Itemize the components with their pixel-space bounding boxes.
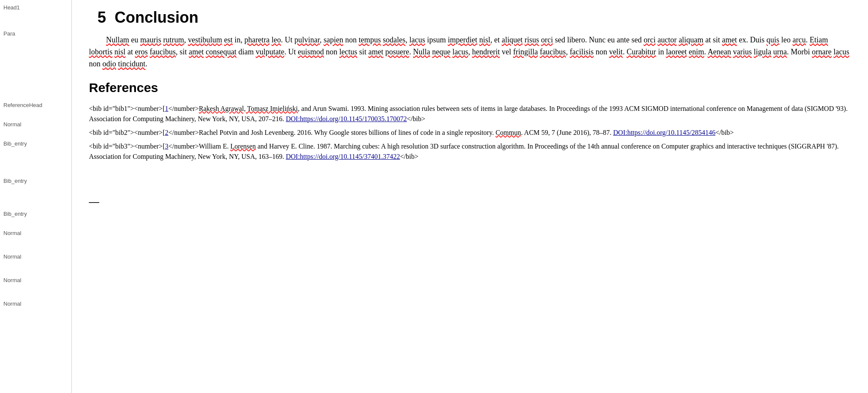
section-heading: 5Conclusion [97, 9, 850, 27]
word-enim: enim [689, 48, 704, 56]
word-lacus2: lacus [452, 48, 468, 56]
bib1-number-link[interactable]: 1 [165, 105, 168, 112]
sidebar-item-normal-4: Normal [0, 274, 71, 286]
bib2-doi-link[interactable]: DOI:https://doi.org/10.1145/2854146 [613, 129, 715, 136]
word-aliquet: aliquet [502, 36, 523, 44]
word-auctor: auctor [658, 36, 677, 44]
word-consequat: consequat [206, 48, 236, 56]
section-title-text: Conclusion [115, 9, 198, 26]
bib3-lorensen: Lorensen [230, 143, 256, 150]
word-facilisis: facilisis [570, 48, 593, 56]
word-velit: velit [609, 48, 623, 56]
word-euismod: euismod [298, 48, 324, 56]
word-pulvinar: pulvinar [294, 36, 319, 44]
word-aliquam: aliquam [679, 36, 703, 44]
word-amet3: amet [369, 48, 384, 56]
bib-entry-3: <bib id="bib3"><number>[3</number>Willia… [89, 141, 850, 162]
sidebar-item-refhead: ReferenceHead [0, 99, 71, 111]
bib1-author: Rakesh Agrawal, Tomasz Imieliński [199, 105, 298, 112]
word-lobortis: lobortis [89, 48, 112, 56]
word-neque: neque [432, 48, 450, 56]
word-est: est [224, 36, 233, 44]
sidebar-item-bib1: Bib_entry [0, 138, 71, 149]
word-nulla: Nulla [413, 48, 430, 56]
word-ornare: ornare [812, 48, 832, 56]
word-sapien: sapien [324, 36, 343, 44]
word-posuere: posuere [385, 48, 409, 56]
bib2-commun: Commun [496, 129, 521, 136]
word-lectus: lectus [339, 48, 357, 56]
word-mauris: mauris [140, 36, 161, 44]
word-fringilla: fringilla [513, 48, 538, 56]
main-content: 5Conclusion Nullam eu mauris rutrum, ves… [72, 0, 867, 393]
word-curabitur: Curabitur [626, 48, 656, 56]
word-vulputate: vulputate [256, 48, 284, 56]
word-varius: varius [733, 48, 752, 56]
sidebar-item-normal-5: Normal [0, 298, 71, 310]
bib2-number-link[interactable]: 2 [165, 129, 168, 136]
word-arcu: arcu [793, 36, 806, 44]
sidebar-item-head1: Head1 [0, 2, 71, 13]
word-faucibus: faucibus [150, 48, 176, 56]
word-imperdiet: imperdiet [448, 36, 477, 44]
bib-entry-2: <bib id="bib2"><number>[2</number>Rachel… [89, 128, 850, 138]
sidebar-item-bib3: Bib_entry [0, 208, 71, 220]
word-tincidunt: tincidunt [118, 60, 145, 68]
bib-entries: <bib id="bib1"><number>[1</number>Rakesh… [89, 104, 850, 162]
bib-entry-1: <bib id="bib1"><number>[1</number>Rakesh… [89, 104, 850, 124]
word-amet: amet [722, 36, 737, 44]
references-heading: References [89, 80, 850, 95]
word-hendrerit: hendrerit [472, 48, 500, 56]
sidebar-item-normal-1: Normal [0, 119, 71, 130]
conclusion-paragraph: Nullam eu mauris rutrum, vestibulum est … [89, 34, 850, 70]
word-laoreet: laoreet [666, 48, 687, 56]
bib3-doi-link[interactable]: DOI:https://doi.org/10.1145/37401.37422 [286, 153, 400, 160]
word-tempus: tempus [359, 36, 381, 44]
word-etiam: Etiam [810, 36, 828, 44]
sidebar-item-para: Para [0, 28, 71, 39]
word-faucibus2: faucibus [540, 48, 566, 56]
word-nullam: Nullam [106, 36, 129, 44]
word-orci: orci [541, 36, 553, 44]
section-number: 5 [97, 9, 106, 26]
sidebar-item-normal-3: Normal [0, 251, 71, 262]
word-odio: odio [103, 60, 116, 68]
word-urna: urna [773, 48, 787, 56]
word-vestibulum: vestibulum [188, 36, 222, 44]
word-quis: quis [767, 36, 779, 44]
word-risus: risus [525, 36, 539, 44]
word-leo: leo [272, 36, 281, 44]
word-lacus: lacus [409, 36, 425, 44]
footer-dash: — [89, 196, 850, 208]
sidebar-item-normal-2: Normal [0, 227, 71, 239]
word-amet2: amet [189, 48, 204, 56]
word-eros: eros [135, 48, 148, 56]
word-nisl: nisl [479, 36, 490, 44]
word-orci2: orci [644, 36, 655, 44]
word-ligula: ligula [754, 48, 771, 56]
word-nisl2: nisl [115, 48, 126, 56]
bib1-doi-link[interactable]: DOI:https://doi.org/10.1145/170035.17007… [286, 115, 407, 122]
sidebar: Head1 Para ReferenceHead Normal Bib_entr… [0, 0, 72, 393]
word-pharetra: pharetra [245, 36, 270, 44]
sidebar-item-bib2: Bib_entry [0, 175, 71, 187]
word-aenean: Aenean [708, 48, 731, 56]
word-lacus3: lacus [833, 48, 849, 56]
bib3-number-link[interactable]: 3 [165, 143, 168, 150]
word-rutrum: rutrum [163, 36, 184, 44]
word-sodales: sodales [383, 36, 405, 44]
